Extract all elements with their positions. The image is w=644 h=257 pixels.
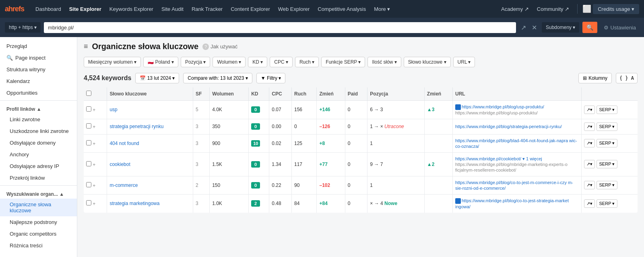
nav-more[interactable]: More ▾ (371, 4, 393, 14)
add-button[interactable]: + (93, 124, 95, 130)
nav-web-explorer[interactable]: Web Explorer (275, 4, 313, 14)
nav-site-audit[interactable]: Site Audit (158, 4, 187, 14)
serp-button[interactable]: SERP ▾ (597, 139, 618, 147)
sidebar-item-uszkodzone[interactable]: Uszkodzone linki zwrotne (0, 125, 77, 137)
url-link[interactable]: https://www.mbridge.pl/blog/strategia-pe… (455, 124, 562, 129)
nav-competitive-analysis[interactable]: Competitive Analysis (314, 4, 369, 14)
col-cpc[interactable]: CPC (269, 87, 292, 101)
select-all-checkbox[interactable] (86, 91, 91, 96)
sidebar-item-opportunities[interactable]: Opportunities (0, 87, 77, 99)
nav-site-explorer[interactable]: Site Explorer (66, 4, 105, 14)
sidebar-section-profil-linkow[interactable]: Profil linków ▲ (0, 102, 77, 114)
code-button[interactable]: { } A (616, 73, 638, 83)
nav-content-explorer[interactable]: Content Explorer (227, 4, 273, 14)
graph-button[interactable]: ↗▾ (584, 181, 595, 189)
keyword-link[interactable]: usp (109, 107, 117, 112)
row-checkbox[interactable] (86, 123, 91, 128)
nav-dashboard[interactable]: Dashboard (32, 4, 64, 14)
sidebar-item-struktura[interactable]: Struktura witryny (0, 64, 77, 75)
keyword-link[interactable]: m-commerce (109, 182, 138, 188)
credits-usage-button[interactable]: Credits usage ▾ (593, 4, 639, 14)
serp-button[interactable]: SERP ▾ (597, 181, 618, 189)
sidebar-item-kalendarz[interactable]: Kalendarz (0, 75, 77, 87)
external-link-icon[interactable]: ↗ (519, 22, 528, 33)
col-url[interactable]: URL (453, 87, 582, 101)
keyword-link[interactable]: cookiebot (109, 162, 130, 167)
col-paid[interactable]: Paid (345, 87, 367, 101)
add-button[interactable]: + (93, 107, 95, 113)
col-zmien[interactable]: Zmień (317, 87, 345, 101)
filter-wolumen2[interactable]: Wolumen ▾ (213, 57, 246, 67)
subdomain-selector[interactable]: Subdomeny ▾ (542, 22, 579, 33)
sidebar-section-wyszukiwanie[interactable]: Wyszukiwanie organ... ▲ (0, 187, 77, 199)
col-volume[interactable]: Wolumen (210, 87, 249, 101)
graph-button[interactable]: ↗▾ (584, 139, 595, 147)
clear-url-button[interactable]: ✕ (530, 22, 539, 33)
url-link[interactable]: https://www.mbridge.pl/cookiebot/ ▾ 1 wi… (455, 156, 542, 161)
col-kd[interactable]: KD (249, 87, 269, 101)
col-keyword[interactable]: Słowo kluczowe (107, 87, 193, 101)
help-button[interactable]: ? Jak używać (202, 44, 237, 50)
hamburger-icon[interactable]: ≡ (84, 42, 88, 51)
sidebar-item-odsylajace-domeny[interactable]: Odsyłające domeny (0, 137, 77, 149)
url-link[interactable]: https://www.mbridge.pl/blog/co-to-jest-m… (455, 180, 573, 191)
filtry-button[interactable]: ▼ Filtry ▾ (256, 73, 286, 83)
sidebar-item-organiczne[interactable]: Organiczne słowa kluczowe (0, 199, 77, 216)
protocol-selector[interactable]: http + https ▾ (5, 22, 41, 33)
add-button[interactable]: + (93, 141, 95, 147)
search-button[interactable]: 🔍 (582, 22, 597, 33)
graph-button[interactable]: ↗▾ (584, 122, 595, 131)
col-ruch[interactable]: Ruch (292, 87, 317, 101)
filter-kd[interactable]: KD ▾ (248, 57, 267, 67)
sidebar-item-organic-competitors[interactable]: Organic competitors (0, 228, 77, 240)
nav-community[interactable]: Community ↗ (534, 4, 572, 14)
filter-ilosc[interactable]: Ilość słów ▾ (367, 57, 401, 67)
filter-serp[interactable]: Funkcje SERP ▾ (321, 57, 365, 67)
filter-url[interactable]: URL ▾ (453, 57, 475, 67)
row-checkbox[interactable] (86, 200, 91, 205)
url-link[interactable]: https://www.mbridge.pl/blog/co-to-jest-s… (455, 198, 569, 209)
graph-button[interactable]: ↗▾ (584, 199, 595, 208)
graph-button[interactable]: ↗▾ (584, 160, 595, 168)
filter-ruch[interactable]: Ruch ▾ (295, 57, 319, 67)
filter-cpc[interactable]: CPC ▾ (270, 57, 293, 67)
url-link[interactable]: https://www.mbridge.pl/blog/blad-404-not… (455, 138, 577, 149)
sidebar-item-przekroj[interactable]: Przekrój linków (0, 172, 77, 184)
serp-button[interactable]: SERP ▾ (597, 122, 618, 131)
sidebar-item-roznica[interactable]: Różnica treści (0, 240, 77, 251)
filter-slowo[interactable]: Słowo kluczowe ▾ (404, 57, 451, 67)
row-checkbox[interactable] (86, 182, 91, 187)
settings-button[interactable]: ⚙ Ustawienia (601, 22, 639, 33)
filter-pozycja[interactable]: Pozycja ▾ (181, 57, 210, 67)
row-checkbox[interactable] (86, 106, 91, 112)
graph-button[interactable]: ↗▾ (584, 106, 595, 114)
url-input[interactable] (44, 22, 516, 33)
nav-keywords-explorer[interactable]: Keywords Explorer (106, 4, 157, 14)
filter-country[interactable]: 🇵🇱 Poland ▾ (143, 57, 178, 67)
keyword-link[interactable]: 404 not found (109, 141, 139, 146)
nav-rank-tracker[interactable]: Rank Tracker (188, 4, 226, 14)
row-checkbox[interactable] (86, 161, 91, 166)
col-zmien2[interactable]: Zmień (424, 87, 452, 101)
sidebar-item-linki-zwrotne[interactable]: Linki zwrotne (0, 114, 77, 125)
serp-button[interactable]: SERP ▾ (597, 160, 618, 168)
sidebar-item-page-inspect[interactable]: 🔍 Page inspect (0, 52, 77, 64)
serp-button[interactable]: SERP ▾ (597, 106, 618, 114)
filter-wolumen[interactable]: Miesięczny wolumen ▾ (84, 57, 141, 67)
sidebar-item-przeglad[interactable]: Przegląd (0, 40, 77, 52)
row-checkbox[interactable] (86, 140, 91, 145)
compare-button[interactable]: Compare with: 13 lut 2023 ▾ (183, 73, 252, 83)
keyword-link[interactable]: strategia penetracji rynku (109, 124, 163, 129)
sidebar-item-odsylajace-adresy[interactable]: Odsyłające adresy IP (0, 160, 77, 172)
sidebar-item-najlepsze[interactable]: Najlepsze podstrony (0, 216, 77, 228)
add-button[interactable]: + (93, 162, 95, 168)
serp-button[interactable]: SERP ▾ (597, 199, 618, 208)
col-sf[interactable]: SF (193, 87, 210, 101)
col-pozycja[interactable]: Pozycja (367, 87, 424, 101)
date-selector[interactable]: 📅 13 lut 2024 ▾ (135, 73, 179, 83)
nav-academy[interactable]: Academy ↗ (498, 4, 532, 14)
add-button[interactable]: + (93, 183, 95, 189)
keyword-link[interactable]: strategia marketingowa (109, 201, 159, 206)
add-button[interactable]: + (93, 201, 95, 207)
sidebar-item-anchory[interactable]: Anchory (0, 149, 77, 160)
